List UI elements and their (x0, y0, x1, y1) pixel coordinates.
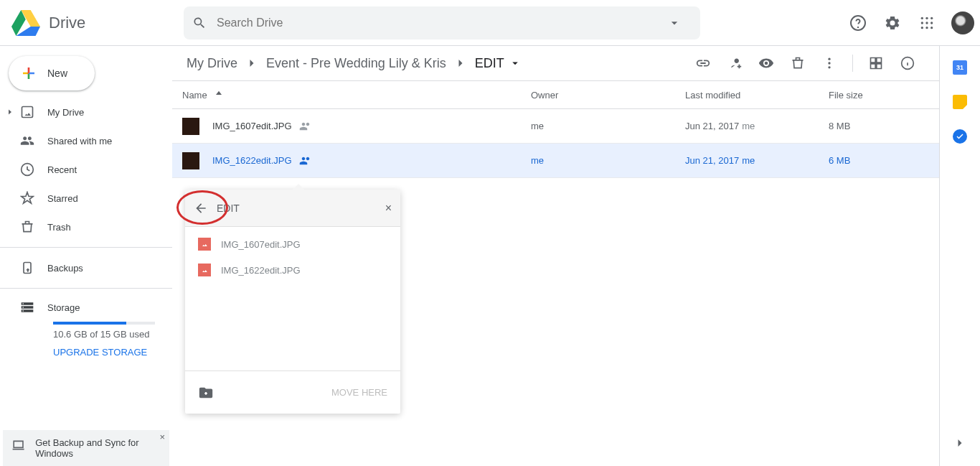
keep-app-icon[interactable] (953, 95, 967, 109)
details-icon[interactable] (893, 49, 922, 78)
col-owner-header[interactable]: Owner (531, 90, 685, 101)
file-row[interactable]: IMG_1607edit.JPG me Jun 21, 2017me 8 MB (172, 109, 939, 144)
svg-point-6 (921, 27, 923, 29)
settings-icon[interactable] (878, 9, 907, 37)
move-here-button[interactable]: MOVE HERE (331, 387, 387, 398)
svg-point-3 (921, 22, 923, 24)
account-avatar[interactable] (951, 11, 974, 34)
svg-point-0 (921, 17, 923, 19)
move-popup-item[interactable]: IMG_1622edit.JPG (185, 257, 400, 283)
svg-point-5 (930, 22, 933, 24)
sidebar-item-label: Shared with me (47, 136, 112, 146)
sidebar-starred[interactable]: Starred (0, 184, 172, 213)
share-icon[interactable] (720, 49, 749, 78)
svg-point-11 (22, 310, 24, 312)
shared-badge-icon (299, 120, 312, 133)
get-link-icon[interactable] (689, 49, 717, 78)
upgrade-storage-link[interactable]: UPGRADE STORAGE (53, 347, 172, 358)
help-icon[interactable] (844, 9, 872, 37)
file-name: IMG_1622edit.JPG (212, 155, 292, 166)
promo-close-icon[interactable]: × (159, 432, 165, 442)
col-modified-header[interactable]: Last modified (685, 90, 829, 101)
file-owner: me (531, 155, 685, 166)
file-modified: Jun 21, 2017me (685, 155, 829, 166)
file-size: 6 MB (829, 155, 922, 166)
col-size-header[interactable]: File size (829, 90, 922, 101)
search-input[interactable] (217, 17, 667, 29)
grid-view-icon[interactable] (862, 49, 890, 78)
calendar-app-icon[interactable]: 31 (953, 60, 967, 75)
expand-icon[interactable] (6, 108, 14, 116)
image-file-icon (198, 238, 211, 251)
sidebar-shared[interactable]: Shared with me (0, 126, 172, 155)
dropdown-icon (509, 57, 522, 70)
move-popup-item[interactable]: IMG_1607edit.JPG (185, 231, 400, 257)
svg-point-9 (22, 303, 24, 304)
backup-sync-promo[interactable]: Get Backup and Sync for Windows × (3, 430, 169, 466)
sidebar-my-drive[interactable]: My Drive (0, 98, 172, 126)
svg-point-2 (930, 17, 933, 19)
sidebar-item-label: Starred (47, 193, 78, 204)
svg-point-1 (925, 17, 928, 19)
file-name: IMG_1607edit.JPG (212, 121, 292, 131)
file-owner: me (531, 121, 685, 131)
svg-point-4 (925, 22, 928, 24)
col-name-header[interactable]: Name (182, 90, 207, 101)
svg-point-8 (930, 27, 933, 29)
back-arrow-icon[interactable] (194, 201, 208, 215)
tasks-app-icon[interactable] (953, 129, 967, 144)
new-folder-icon[interactable] (198, 385, 214, 401)
svg-point-14 (828, 66, 830, 68)
sidebar-item-label: Storage (47, 302, 80, 313)
sidebar-item-label: Recent (47, 164, 77, 175)
laptop-icon (11, 437, 25, 453)
shared-icon (20, 134, 34, 148)
file-size: 8 MB (829, 121, 922, 131)
image-file-icon (198, 264, 211, 276)
file-modified: Jun 21, 2017me (685, 121, 829, 131)
sidebar-trash[interactable]: Trash (0, 213, 172, 241)
new-button[interactable]: New (9, 56, 95, 90)
move-popup-title: EDIT (217, 202, 240, 214)
product-name: Drive (49, 14, 85, 32)
breadcrumb-current[interactable]: EDIT (471, 53, 526, 74)
drive-logo-icon (11, 9, 40, 37)
file-thumbnail (182, 152, 199, 169)
hide-panel-icon[interactable] (953, 436, 967, 453)
preview-icon[interactable] (752, 49, 781, 78)
sidebar-item-label: Trash (47, 222, 71, 233)
plus-icon (20, 65, 37, 82)
storage-icon (20, 300, 34, 314)
more-icon[interactable] (815, 49, 844, 78)
sidebar-item-label: Backups (47, 263, 83, 274)
storage-text: 10.6 GB of 15 GB used (53, 329, 172, 340)
svg-point-13 (828, 62, 830, 64)
new-button-label: New (47, 67, 67, 79)
move-popup-item-label: IMG_1607edit.JPG (221, 239, 301, 250)
breadcrumb-root[interactable]: My Drive (182, 53, 242, 74)
chevron-right-icon (453, 56, 468, 70)
promo-text: Get Backup and Sync for Windows (35, 437, 161, 459)
move-to-popup: EDIT × IMG_1607edit.JPG IMG_1622edit.JPG… (185, 190, 400, 414)
sidebar-recent[interactable]: Recent (0, 155, 172, 184)
search-icon (192, 16, 207, 30)
move-popup-item-label: IMG_1622edit.JPG (221, 265, 301, 276)
storage-bar (53, 322, 155, 325)
sidebar-backups[interactable]: Backups (0, 253, 172, 282)
search-bar[interactable] (184, 6, 700, 39)
backups-icon (20, 261, 34, 275)
breadcrumb-item[interactable]: Event - Pre Wedding Lily & Kris (262, 53, 451, 74)
file-row[interactable]: IMG_1622edit.JPG me Jun 21, 2017me 6 MB (172, 144, 939, 178)
sort-asc-icon[interactable] (213, 89, 225, 101)
delete-icon[interactable] (783, 49, 812, 78)
chevron-right-icon (245, 56, 259, 70)
shared-badge-icon (299, 154, 312, 167)
trash-icon (20, 220, 34, 234)
search-options-icon[interactable] (667, 16, 682, 30)
sidebar-storage[interactable]: Storage (0, 294, 172, 317)
svg-point-10 (22, 307, 24, 308)
apps-icon[interactable] (913, 9, 941, 37)
clock-icon (20, 162, 34, 177)
close-icon[interactable]: × (385, 202, 392, 215)
my-drive-icon (20, 105, 34, 119)
